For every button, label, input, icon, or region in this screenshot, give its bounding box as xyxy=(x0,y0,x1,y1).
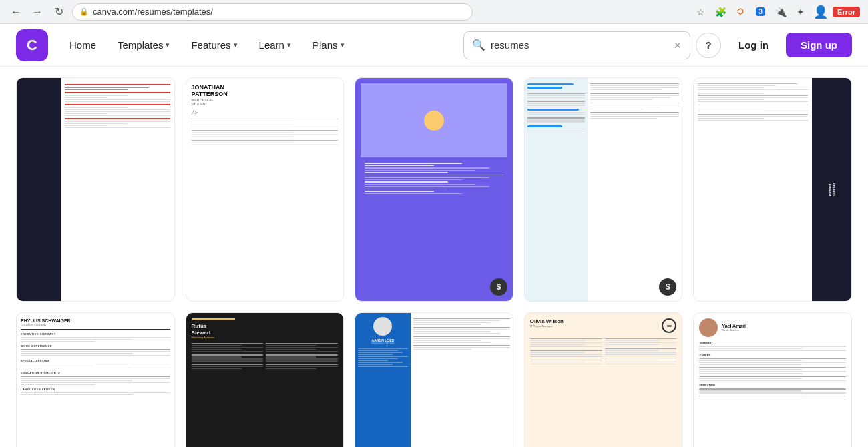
extension-icon-5[interactable]: ✦ xyxy=(793,4,809,20)
navbar: C Home Templates ▾ Features ▾ Learn ▾ Pl… xyxy=(0,24,868,67)
template-card[interactable]: $ xyxy=(524,77,683,302)
dollar-badge: $ xyxy=(490,278,507,296)
template-card[interactable] xyxy=(16,77,175,302)
error-badge: Error xyxy=(833,7,860,17)
template-card[interactable]: JONATHANPATTERSON WEB DESIGNSTUDENT /> xyxy=(186,77,345,302)
template-card[interactable]: AARON LOEB PRESCHOOL TEACHER xyxy=(355,312,513,447)
template-grid: JONATHANPATTERSON WEB DESIGNSTUDENT /> xyxy=(16,77,852,447)
extension-icon-1[interactable]: 🧩 xyxy=(712,4,728,20)
template-card[interactable]: PHYLLIS SCHWAIGER COLLEGE STUDENT EXECUT… xyxy=(16,312,175,447)
nav-home[interactable]: Home xyxy=(61,34,104,56)
browser-right-icons: ☆ 🧩 ⬡ 3 🔌 ✦ 👤 Error xyxy=(692,4,860,20)
bookmark-icon[interactable]: ☆ xyxy=(692,4,708,20)
forward-button[interactable]: → xyxy=(29,4,45,20)
clear-icon[interactable]: ✕ xyxy=(674,40,682,51)
template-card[interactable]: RichardSánchez xyxy=(693,77,852,302)
url-text: canva.com/resumes/templates/ xyxy=(93,7,213,17)
template-card[interactable]: RufusStewart Marketing Assistant xyxy=(186,312,345,447)
plans-label: Plans xyxy=(312,39,338,51)
features-chevron-icon: ▾ xyxy=(234,41,238,49)
search-bar[interactable]: 🔍 ✕ xyxy=(463,31,690,59)
extension-badge-3[interactable]: 3 xyxy=(752,4,769,20)
home-label: Home xyxy=(69,39,96,51)
avatar-button[interactable]: 👤 xyxy=(813,4,829,20)
nav-features[interactable]: Features ▾ xyxy=(183,34,245,56)
login-button[interactable]: Log in xyxy=(726,34,781,56)
plans-chevron-icon: ▾ xyxy=(341,41,345,49)
template-card[interactable]: $ xyxy=(355,77,513,302)
template-card[interactable]: Yael Amari Music Teacher SUMMARY CAREER xyxy=(693,312,852,447)
extension-icon-2[interactable]: ⬡ xyxy=(732,4,748,20)
search-icon: 🔍 xyxy=(472,39,485,51)
browser-bar: ← → ↻ 🔒 canva.com/resumes/templates/ ☆ 🧩… xyxy=(0,0,868,24)
templates-label: Templates xyxy=(118,39,163,51)
nav-plans[interactable]: Plans ▾ xyxy=(304,34,353,56)
template-card[interactable]: Olivia Wilson IT Project Manager OW xyxy=(524,312,683,447)
help-button[interactable]: ? xyxy=(696,33,721,58)
learn-chevron-icon: ▾ xyxy=(287,41,291,49)
lock-icon: 🔒 xyxy=(79,7,89,16)
back-button[interactable]: ← xyxy=(8,4,24,20)
nav-templates[interactable]: Templates ▾ xyxy=(110,34,178,56)
signup-button[interactable]: Sign up xyxy=(786,33,852,57)
logo[interactable]: C xyxy=(16,29,48,61)
learn-label: Learn xyxy=(259,39,284,51)
address-bar[interactable]: 🔒 canva.com/resumes/templates/ xyxy=(72,3,473,21)
features-label: Features xyxy=(191,39,230,51)
extension-icon-4[interactable]: 🔌 xyxy=(773,4,789,20)
reload-button[interactable]: ↻ xyxy=(51,4,67,20)
nav-learn[interactable]: Learn ▾ xyxy=(251,34,299,56)
main-content: JONATHANPATTERSON WEB DESIGNSTUDENT /> xyxy=(0,67,868,447)
search-input[interactable] xyxy=(491,39,668,51)
templates-chevron-icon: ▾ xyxy=(166,41,170,49)
